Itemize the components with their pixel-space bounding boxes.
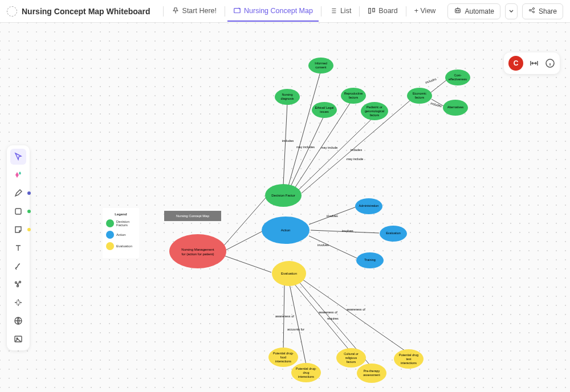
svg-line-23 — [295, 101, 351, 188]
share-icon — [528, 7, 535, 15]
svg-text:food: food — [280, 356, 287, 359]
space-icon[interactable] — [7, 6, 17, 17]
svg-point-88 — [356, 252, 384, 268]
svg-line-28 — [309, 207, 356, 224]
svg-text:may include: may include — [321, 146, 337, 149]
canvas-title-box[interactable]: Nursing Concept Map — [164, 211, 221, 221]
svg-text:involves: involves — [342, 229, 353, 232]
svg-text:includes: includes — [351, 148, 362, 152]
svg-text:effectiveness: effectiveness — [449, 77, 467, 81]
share-button[interactable]: Share — [522, 3, 563, 19]
svg-point-12 — [19, 281, 21, 283]
svg-point-98 — [336, 348, 366, 368]
svg-line-33 — [294, 284, 350, 351]
tool-objects[interactable] — [10, 276, 26, 292]
svg-text:diagnosis: diagnosis — [280, 97, 294, 100]
button-label: Share — [539, 7, 557, 15]
svg-rect-10 — [15, 209, 21, 214]
legend-label: Evaluation — [116, 244, 132, 248]
svg-text:may includes: may includes — [296, 145, 315, 149]
color-dot — [27, 210, 31, 213]
tab-label: Nursing Concept Map — [244, 7, 313, 15]
tab-board[interactable]: Board — [362, 1, 403, 22]
svg-line-20 — [283, 103, 287, 185]
svg-text:for (action for patient): for (action for patient) — [181, 252, 214, 256]
svg-point-56 — [262, 217, 310, 244]
svg-text:interactions: interactions — [275, 360, 291, 363]
color-dot — [27, 191, 31, 195]
svg-text:gerontological: gerontological — [365, 109, 384, 113]
svg-text:awareness of: awareness of — [319, 311, 337, 314]
info-icon[interactable] — [545, 58, 555, 68]
concept-map-graph: includes may includes may include includ… — [0, 23, 570, 392]
tool-web[interactable] — [10, 313, 26, 329]
svg-text:Action: Action — [281, 228, 291, 232]
tool-pen[interactable] — [10, 185, 26, 201]
svg-point-5 — [458, 10, 459, 11]
svg-point-105 — [394, 349, 424, 369]
tool-select[interactable] — [10, 149, 26, 165]
svg-text:interactions: interactions — [401, 361, 417, 365]
avatar[interactable]: C — [508, 56, 523, 71]
svg-text:awareness of: awareness of — [347, 308, 365, 311]
tab-concept-map[interactable]: Nursing Concept Map — [227, 1, 319, 22]
svg-point-66 — [312, 102, 337, 118]
legend-label: Action — [116, 233, 126, 236]
tool-sticky[interactable] — [10, 222, 26, 238]
tab-add-view[interactable]: + View — [409, 1, 442, 22]
svg-text:involves: involves — [327, 214, 338, 218]
fit-width-icon[interactable] — [529, 58, 539, 68]
tab-label: Board — [378, 7, 397, 15]
robot-icon — [454, 6, 462, 16]
svg-text:accounts for: accounts for — [287, 328, 304, 331]
svg-text:Evaluation: Evaluation — [386, 231, 401, 235]
tool-ai[interactable] — [10, 167, 26, 183]
legend-title: Legend — [106, 213, 136, 216]
top-header: Nursing Concept Map Whiteboard Start Her… — [0, 0, 570, 23]
svg-rect-1 — [369, 8, 371, 13]
svg-point-6 — [529, 10, 531, 11]
tool-shape[interactable] — [10, 203, 26, 219]
tab-label: List — [340, 7, 351, 15]
tab-label: Start Here! — [182, 7, 217, 15]
svg-point-69 — [341, 88, 366, 104]
legend-row-decision: Decision Factors — [106, 219, 136, 227]
svg-point-90 — [268, 348, 298, 367]
svg-text:Cultural or: Cultural or — [344, 352, 359, 356]
automate-button[interactable]: Automate — [447, 3, 500, 19]
button-label: Automate — [465, 7, 494, 15]
tab-list[interactable]: List — [324, 1, 357, 22]
svg-text:factors: factors — [370, 113, 380, 117]
pin-icon — [172, 7, 180, 15]
svg-text:Cost-: Cost- — [454, 74, 461, 77]
tool-sparkle[interactable] — [10, 295, 26, 311]
tool-text[interactable] — [10, 240, 26, 256]
svg-text:Economic: Economic — [413, 92, 426, 95]
whiteboard-icon — [233, 7, 241, 15]
svg-point-7 — [532, 8, 534, 10]
svg-text:drug: drug — [303, 371, 309, 374]
automate-dropdown[interactable] — [505, 3, 518, 19]
svg-text:Pediatric or: Pediatric or — [367, 105, 382, 109]
svg-text:Nursing: Nursing — [282, 93, 293, 96]
tool-image[interactable] — [10, 331, 26, 347]
tab-start-here[interactable]: Start Here! — [166, 1, 222, 22]
svg-text:issues: issues — [320, 110, 329, 113]
svg-text:Training: Training — [364, 258, 376, 262]
svg-text:factors: factors — [349, 96, 359, 99]
tool-connector[interactable] — [10, 258, 26, 274]
svg-text:Ethical/ Legal: Ethical/ Legal — [315, 106, 333, 109]
svg-text:includes: includes — [430, 101, 442, 108]
svg-line-21 — [288, 70, 321, 186]
svg-line-18 — [226, 231, 262, 250]
svg-rect-2 — [373, 8, 375, 11]
svg-line-24 — [298, 117, 374, 190]
svg-line-17 — [223, 197, 267, 247]
board-icon — [368, 7, 376, 15]
whiteboard-canvas[interactable]: C — [0, 23, 570, 392]
list-icon — [329, 7, 337, 15]
svg-point-51 — [169, 234, 226, 268]
svg-text:Potential drug-: Potential drug- — [273, 352, 294, 355]
svg-text:test: test — [406, 357, 412, 361]
svg-text:religious: religious — [345, 356, 357, 360]
